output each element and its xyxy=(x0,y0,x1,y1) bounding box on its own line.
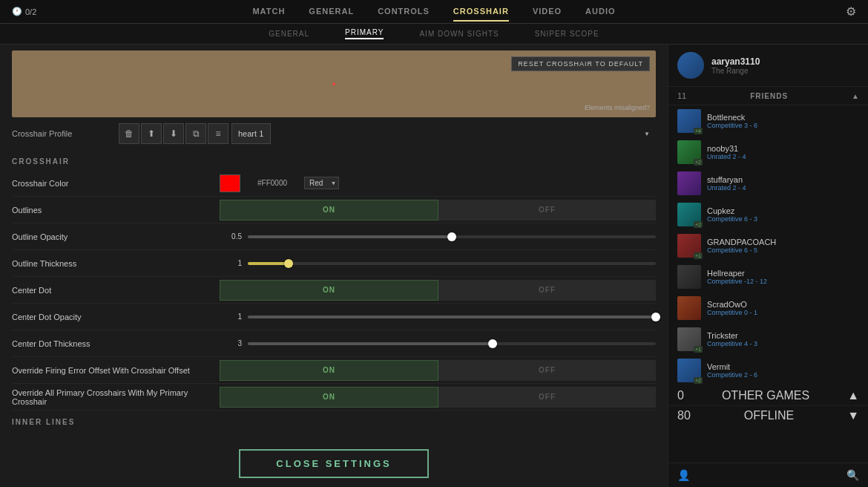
friend-status: Competitive 6 - 3 xyxy=(707,215,859,223)
friend-name: ScradOwO xyxy=(707,300,859,309)
sub-aim-down-sights[interactable]: AIM DOWN SIGHTS xyxy=(419,30,499,38)
crosshair-color-row: Crosshair Color #FF0000 Red ▼ xyxy=(12,170,656,197)
outline-opacity-slider[interactable] xyxy=(248,235,656,238)
avatar xyxy=(677,52,704,79)
sub-general[interactable]: GENERAL xyxy=(269,30,309,38)
friend-avatar xyxy=(677,296,701,320)
center-dot-control: ON OFF xyxy=(220,280,656,301)
friend-badge: +2 xyxy=(694,159,703,166)
center-dot-thickness-label: Center Dot Thickness xyxy=(12,339,220,348)
user-subtitle: The Range xyxy=(711,67,859,75)
outline-opacity-row: Outline Opacity 0.5 xyxy=(12,223,656,250)
color-swatch[interactable] xyxy=(220,174,240,192)
override-firing-error-control: ON OFF xyxy=(220,360,656,381)
friend-avatar: +2 xyxy=(677,359,701,382)
color-hex-value: #FF0000 xyxy=(246,179,298,187)
nav-controls[interactable]: CONTROLS xyxy=(378,2,430,22)
outline-thickness-slider[interactable] xyxy=(248,262,656,265)
color-name-select[interactable]: Red xyxy=(304,177,339,189)
friend-status: Unrated 2 - 4 xyxy=(707,184,859,192)
search-icon[interactable]: 🔍 xyxy=(846,469,859,481)
friend-status: Competitive 3 - 6 xyxy=(707,122,859,129)
friend-status: Competitive 4 - 3 xyxy=(707,340,859,347)
list-item[interactable]: stuffaryan Unrated 2 - 4 xyxy=(668,168,868,199)
override-all-primary-control: ON OFF xyxy=(220,387,656,408)
friend-status: Competitive 6 - 5 xyxy=(707,246,859,254)
list-item[interactable]: +2 Vermit Competitive 2 - 6 xyxy=(668,355,868,386)
center-dot-off-button[interactable]: OFF xyxy=(438,280,656,301)
crosshair-dot xyxy=(332,82,335,85)
friend-status: Unrated 2 - 4 xyxy=(707,153,859,160)
right-sidebar: aaryan3110 The Range 11 FRIENDS ▲ +4 Bot… xyxy=(668,45,868,487)
list-item[interactable]: +2 nooby31 Unrated 2 - 4 xyxy=(668,137,868,168)
elements-misaligned-msg: Elements misaligned? xyxy=(585,104,650,111)
center-dot-thickness-slider[interactable] xyxy=(248,342,656,345)
outlines-off-button[interactable]: OFF xyxy=(438,200,656,220)
center-dot-on-button[interactable]: ON xyxy=(220,280,438,301)
friend-info: Vermit Competitive 2 - 6 xyxy=(707,362,859,379)
crosshair-preview: RESET CROSSHAIR TO DEFAULT Elements misa… xyxy=(12,50,656,117)
import-profile-button[interactable]: ≡ xyxy=(208,123,228,144)
profile-icons: 🗑 ⬆ ⬇ ⧉ ≡ xyxy=(119,123,228,144)
friend-avatar-image xyxy=(677,296,701,320)
delete-profile-button[interactable]: 🗑 xyxy=(119,123,139,144)
other-games-collapse[interactable]: ▲ xyxy=(847,389,859,402)
main-layout: RESET CROSSHAIR TO DEFAULT Elements misa… xyxy=(0,45,868,487)
friends-section: 11 FRIENDS ▲ +4 Bottleneck Competitive 3… xyxy=(668,87,868,463)
sub-sniper-scope[interactable]: SNIPER SCOPE xyxy=(535,30,599,38)
outline-thickness-value: 1 xyxy=(220,259,242,267)
list-item[interactable]: ScradOwO Competitive 0 - 1 xyxy=(668,292,868,324)
outline-opacity-label: Outline Opacity xyxy=(12,232,220,241)
list-item[interactable]: Hellreaper Competitive -12 - 12 xyxy=(668,261,868,292)
nav-crosshair[interactable]: CROSSHAIR xyxy=(453,2,509,22)
center-dot-opacity-slider[interactable] xyxy=(248,316,656,318)
outlines-toggle: ON OFF xyxy=(220,200,656,220)
friend-badge: +2 xyxy=(694,377,703,384)
friends-collapse-button[interactable]: ▲ xyxy=(852,92,859,100)
outline-opacity-control: 0.5 xyxy=(220,232,656,241)
offline-count: 80 xyxy=(677,409,691,422)
offline-collapse[interactable]: ▼ xyxy=(847,409,859,422)
override-firing-off-button[interactable]: OFF xyxy=(438,360,656,381)
list-item[interactable]: +1 GRANDPACOACH Competitive 6 - 5 xyxy=(668,230,868,261)
override-firing-on-button[interactable]: ON xyxy=(220,360,438,381)
override-all-on-button[interactable]: ON xyxy=(220,387,438,408)
crosshair-section-header: CROSSHAIR xyxy=(12,150,656,170)
nav-audio[interactable]: AUDIO xyxy=(585,2,615,22)
profile-select-wrapper: heart 1 xyxy=(231,123,656,144)
copy-profile-button[interactable]: ⧉ xyxy=(185,123,206,144)
outlines-label: Outlines xyxy=(12,206,220,215)
upload-profile-button[interactable]: ⬆ xyxy=(141,123,162,144)
friend-avatar-image xyxy=(677,265,701,289)
friend-badge: +4 xyxy=(694,128,703,134)
friend-badge: +1 xyxy=(694,252,703,259)
settings-content[interactable]: CROSSHAIR Crosshair Color #FF0000 Red ▼ xyxy=(0,150,668,487)
list-item[interactable]: +2 Cupkez Competitive 6 - 3 xyxy=(668,199,868,230)
friend-name: Bottleneck xyxy=(707,113,859,122)
friend-avatar: +2 xyxy=(677,203,701,226)
add-friend-icon[interactable]: 👤 xyxy=(677,469,690,481)
list-item[interactable]: +1 Trickster Competitive 4 - 3 xyxy=(668,324,868,355)
outline-thickness-row: Outline Thickness 1 xyxy=(12,250,656,277)
friend-info: nooby31 Unrated 2 - 4 xyxy=(707,144,859,160)
override-all-off-button[interactable]: OFF xyxy=(438,387,656,408)
center-dot-thickness-row: Center Dot Thickness 3 xyxy=(12,330,656,357)
download-profile-button[interactable]: ⬇ xyxy=(163,123,184,144)
friend-avatar xyxy=(677,171,701,195)
friend-avatar xyxy=(677,265,701,289)
top-nav: 🕐 0/2 MATCH GENERAL CONTROLS CROSSHAIR V… xyxy=(0,0,868,24)
outlines-on-button[interactable]: ON xyxy=(220,200,438,220)
friend-name: GRANDPACOACH xyxy=(707,238,859,246)
list-item[interactable]: +4 Bottleneck Competitive 3 - 6 xyxy=(668,105,868,137)
nav-video[interactable]: VIDEO xyxy=(533,2,562,22)
nav-general[interactable]: GENERAL xyxy=(309,2,354,22)
nav-match[interactable]: MATCH xyxy=(252,2,285,22)
sub-primary[interactable]: PRIMARY xyxy=(345,28,384,39)
close-settings-button[interactable]: CLOSE SETTINGS xyxy=(239,449,428,478)
profile-bar: Crosshair Profile 🗑 ⬆ ⬇ ⧉ ≡ heart 1 xyxy=(12,123,656,144)
settings-icon[interactable]: ⚙ xyxy=(846,4,856,19)
outline-thickness-control: 1 xyxy=(220,259,656,267)
reset-crosshair-button[interactable]: RESET CROSSHAIR TO DEFAULT xyxy=(511,56,650,71)
crosshair-color-label: Crosshair Color xyxy=(12,179,220,188)
profile-select[interactable]: heart 1 xyxy=(231,123,271,144)
